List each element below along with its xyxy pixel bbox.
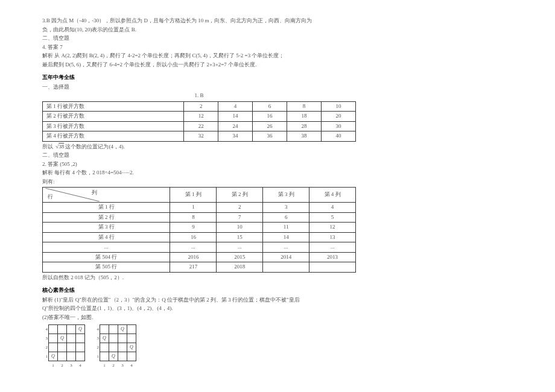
col-header: 第 3 列	[263, 188, 309, 203]
row-header: 第 505 行	[43, 262, 170, 273]
section-title: 五年中考全练	[42, 74, 513, 82]
table-row: 第 3 行被开方数 22 24 26 28 30	[43, 121, 356, 131]
sq	[58, 325, 67, 334]
line: 2. 答案 (505 ,2)	[42, 160, 513, 169]
col-num: 1	[100, 361, 109, 370]
cell: 2014	[263, 252, 309, 262]
sq	[67, 325, 76, 334]
col-num: 4	[127, 361, 136, 370]
row-header: 第 3 行被开方数	[43, 121, 184, 131]
line: 一、选择题	[42, 83, 513, 92]
sq	[118, 352, 127, 361]
sq	[100, 325, 109, 334]
cell: 16	[253, 112, 287, 122]
sq	[109, 343, 118, 352]
cell: 2013	[309, 252, 356, 262]
row-num: 3	[94, 334, 100, 343]
table-row: 第 505 行2172018	[43, 262, 356, 273]
sq	[58, 343, 67, 352]
cell	[309, 262, 356, 273]
col-num: 3	[118, 361, 127, 370]
table-row: 第 4 行16151413	[43, 232, 356, 242]
cell: 15	[217, 232, 263, 242]
table-row: 第 3 行9101112	[43, 223, 356, 233]
table-row: 列 行 第 1 列 第 2 列 第 3 列 第 4 列	[43, 188, 356, 203]
col-num: 2	[109, 361, 118, 370]
col-header: 第 2 列	[217, 188, 263, 203]
cell: 7	[217, 212, 263, 223]
cell: 34	[218, 131, 253, 142]
row-header: 第 3 行	[43, 223, 170, 233]
cell: 36	[253, 131, 287, 142]
text: 这个数的位置记为(4，4).	[65, 144, 124, 150]
table-row: 第 1 行被开方数 2 4 6 8 10	[43, 101, 356, 112]
cell: 3	[263, 203, 309, 213]
cell: 22	[184, 121, 218, 131]
sq	[76, 334, 85, 343]
cell: 14	[263, 232, 309, 242]
sqrt-table: 第 1 行被开方数 2 4 6 8 10 第 2 行被开方数 12 14 16 …	[42, 101, 356, 142]
line: 解析 每行有 4 个数，2 018÷4=504······2.	[42, 169, 513, 177]
sq	[76, 352, 85, 361]
column-row-table: 列 行 第 1 列 第 2 列 第 3 列 第 4 列 第 1 行1234 第 …	[42, 187, 356, 273]
cell: 30	[321, 121, 355, 131]
row-num: 1	[94, 352, 100, 361]
sq	[127, 325, 136, 334]
cell: 18	[287, 112, 322, 122]
sq: Q	[49, 352, 58, 361]
sq: Q	[76, 325, 85, 334]
cell: 4	[309, 203, 356, 213]
cell: 2	[184, 101, 218, 112]
cell: ...	[217, 242, 263, 253]
row-header: 第 1 行	[43, 203, 170, 213]
cell: 8	[287, 101, 322, 112]
sq: Q	[109, 352, 118, 361]
line: 解析 从 A(2, 2)爬到 B(2, 4)，爬行了 4-2=2 个单位长度；再…	[42, 52, 513, 60]
col-num: 2	[58, 361, 67, 370]
sq	[67, 352, 76, 361]
cell: 2015	[217, 252, 263, 262]
col-num: 1	[49, 361, 58, 370]
cell: 32	[184, 131, 218, 142]
line: 解析 (1)"皇后 Q"所在的位置"（2，3）"的含义为：Q 位于棋盘中的第 2…	[42, 296, 513, 305]
line: 二、填空题	[42, 151, 513, 160]
row-num: 1	[42, 352, 49, 361]
sq	[49, 343, 58, 352]
sq: Q	[100, 334, 109, 343]
line: 二、填空题	[42, 34, 513, 43]
cell: 40	[321, 131, 355, 142]
diag-row-label: 行	[48, 193, 53, 201]
cell: 24	[218, 121, 253, 131]
cell: 11	[263, 223, 309, 233]
section-title: 核心素养全练	[42, 286, 513, 295]
row-header: 第 4 行	[43, 232, 170, 242]
table-row: 第 1 行1234	[43, 203, 356, 213]
cell: 9	[170, 223, 217, 233]
sq	[109, 325, 118, 334]
sq: Q	[127, 343, 136, 352]
chess-boards: 4Q 3Q 2 1Q 1234 4Q 3Q 2Q 1Q 1234	[42, 323, 513, 371]
col-header: 第 1 列	[170, 188, 217, 203]
diag-cell: 列 行	[43, 188, 170, 203]
line: (2)答案不唯一，如图.	[42, 314, 513, 322]
radicand: 38	[59, 144, 64, 150]
sq	[76, 343, 85, 352]
cell: 16	[170, 232, 217, 242]
cell: 10	[217, 223, 263, 233]
row-header: 第 2 行	[43, 212, 170, 223]
line: 4. 答案 7	[42, 43, 513, 52]
line: 1. B	[42, 92, 356, 100]
sq	[100, 343, 109, 352]
line: 所以自然数 2 018 记为（505，2）.	[42, 274, 513, 282]
row-header: ...	[43, 242, 170, 253]
table-row: 第 2 行8765	[43, 212, 356, 223]
row-header: 第 1 行被开方数	[43, 101, 184, 112]
sq	[49, 334, 58, 343]
sq	[67, 334, 76, 343]
row-header: 第 504 行	[43, 252, 170, 262]
cell: 38	[287, 131, 322, 142]
cell: 8	[170, 212, 217, 223]
cell: ...	[309, 242, 356, 253]
col-num: 3	[67, 361, 76, 370]
table-row: 第 2 行被开方数 12 14 16 18 20	[43, 112, 356, 122]
